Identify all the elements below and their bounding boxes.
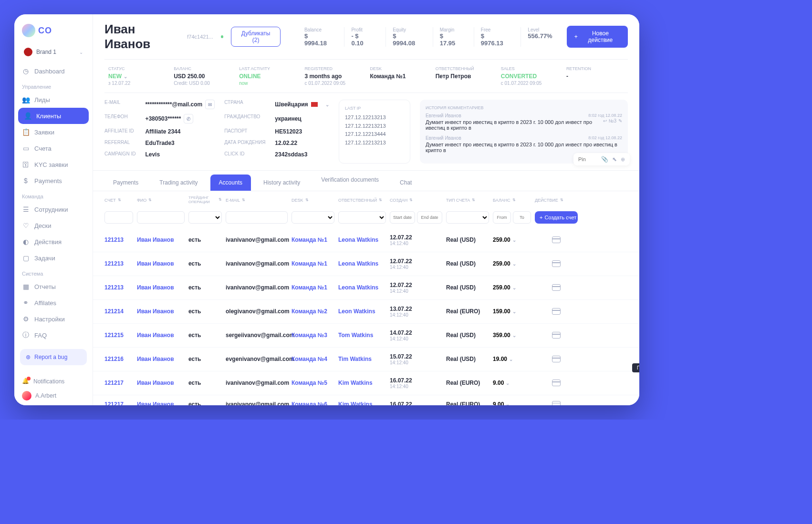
duplicates-button[interactable]: Дубликаты (2) (231, 27, 281, 47)
account-link[interactable]: 121217 (104, 380, 133, 386)
th-action[interactable]: ДЕЙСТВИЕ⇅ (535, 198, 578, 203)
balance-cell[interactable]: 359.00 ⌄ (493, 332, 531, 339)
desk-link[interactable]: Команда №2 (291, 308, 334, 315)
balance-cell[interactable]: 259.00 ⌄ (493, 284, 531, 291)
name-link[interactable]: Иван Иванов (137, 401, 185, 405)
th-desk[interactable]: DESK⇅ (291, 198, 334, 203)
balance-cell[interactable]: 259.00 ⌄ (493, 236, 531, 243)
card-action-icon[interactable] (552, 356, 561, 362)
pin-input[interactable] (578, 156, 597, 162)
balance-cell[interactable]: 159.00 ⌄ (493, 308, 531, 315)
resp-link[interactable]: Leona Watkins (338, 284, 386, 291)
nav-faq[interactable]: ⓘFAQ (14, 327, 93, 343)
create-account-button[interactable]: +Создать счет (535, 211, 578, 224)
balance-cell[interactable]: 259.00 ⌄ (493, 260, 531, 267)
nav-requests[interactable]: 📋Заявки (14, 124, 93, 140)
card-action-icon[interactable] (552, 284, 561, 291)
resp-link[interactable]: Kim Watkins (338, 401, 386, 405)
name-link[interactable]: Иван Иванов (137, 236, 185, 243)
tab-chat[interactable]: Chat (391, 175, 420, 191)
name-link[interactable]: Иван Иванов (137, 356, 185, 362)
nav-tasks[interactable]: ▢Задачи (14, 250, 93, 266)
filter-type[interactable] (446, 211, 489, 224)
card-action-icon[interactable] (552, 260, 561, 267)
account-link[interactable]: 121214 (104, 308, 133, 315)
resp-link[interactable]: Tom Watkins (338, 332, 386, 339)
card-action-icon[interactable] (552, 236, 561, 243)
status-value[interactable]: NEW⌄ (108, 73, 166, 80)
resp-link[interactable]: Leon Watkins (338, 308, 386, 315)
brand-selector[interactable]: Brand 1 ⌄ (20, 45, 87, 59)
card-action-icon[interactable] (552, 401, 561, 405)
tab-payments[interactable]: Payments (104, 175, 147, 191)
balance-cell[interactable]: 9.00 ⌄ (493, 380, 531, 386)
nav-clients[interactable]: 👤Клиенты (18, 108, 89, 124)
current-user[interactable]: A.Arbert (22, 388, 85, 403)
balance-cell[interactable]: 9.00 ⌄ (493, 401, 531, 405)
email-icon[interactable]: ✉ (205, 100, 215, 109)
nav-desks[interactable]: ♡Дески (14, 217, 93, 234)
account-link[interactable]: 121217 (104, 401, 133, 405)
resp-link[interactable]: Tim Watkins (338, 356, 386, 362)
th-email[interactable]: E-MAIL⇅ (226, 198, 288, 203)
filter-name[interactable] (137, 211, 185, 224)
filter-balance-from[interactable] (493, 211, 511, 224)
th-name[interactable]: ФИО⇅ (137, 198, 185, 203)
th-type[interactable]: ТИП СЧЕТА⇅ (446, 198, 489, 203)
new-action-button[interactable]: +Новое действие (567, 26, 628, 48)
filter-resp[interactable] (338, 211, 386, 224)
tab-trading[interactable]: Trading activity (151, 175, 206, 191)
resp-link[interactable]: Leona Watkins (338, 236, 386, 243)
name-link[interactable]: Иван Иванов (137, 260, 185, 267)
notifications-link[interactable]: 🔔 Notifications (22, 375, 85, 388)
nav-kyc[interactable]: ⚿KYC заявки (14, 156, 93, 173)
tab-accounts[interactable]: Accounts (210, 175, 251, 191)
desk-link[interactable]: Команда №1 (291, 236, 334, 243)
phone-icon[interactable]: ✆ (184, 114, 193, 123)
report-bug-button[interactable]: ⊛Report a bug (20, 349, 87, 365)
nav-affiliates[interactable]: ⚭Affilates (14, 295, 93, 311)
desk-link[interactable]: Команда №6 (291, 401, 334, 405)
nav-settings[interactable]: ⚙Настройки (14, 311, 93, 327)
filter-start-date[interactable] (390, 211, 415, 224)
th-created[interactable]: СОЗДАН⇅ (390, 198, 442, 203)
desk-link[interactable]: Команда №1 (291, 260, 334, 267)
tab-verification[interactable]: Verification documents (312, 175, 387, 191)
card-action-icon[interactable] (552, 308, 561, 315)
desk-link[interactable]: Команда №3 (291, 332, 334, 339)
nav-reports[interactable]: ▦Отчеты (14, 278, 93, 295)
th-account[interactable]: СЧЕТ⇅ (104, 198, 133, 203)
nav-dashboard[interactable]: ◷Dashboard (14, 63, 93, 79)
balance-cell[interactable]: 19.00 ⌄ (493, 356, 531, 362)
card-action-icon[interactable] (552, 380, 561, 386)
target-icon[interactable]: ⊕ (621, 156, 625, 163)
filter-trading[interactable] (188, 211, 222, 224)
filter-end-date[interactable] (417, 211, 442, 224)
account-link[interactable]: 121215 (104, 332, 133, 339)
th-balance[interactable]: БАЛАНС⇅ (493, 198, 531, 203)
attach-icon[interactable]: 📎 (601, 156, 608, 163)
th-resp[interactable]: ОТВЕТСТВЕННЫЙ⇅ (338, 198, 386, 203)
th-trading[interactable]: ТРЕЙДИНГ ОПЕРАЦИИ⇅ (188, 196, 222, 205)
account-link[interactable]: 121213 (104, 236, 133, 243)
filter-balance-to[interactable] (513, 211, 531, 224)
name-link[interactable]: Иван Иванов (137, 308, 185, 315)
resp-link[interactable]: Leona Watkins (338, 260, 386, 267)
name-link[interactable]: Иван Иванов (137, 284, 185, 291)
nav-accounts[interactable]: ▭Счета (14, 140, 93, 156)
name-link[interactable]: Иван Иванов (137, 380, 185, 386)
account-link[interactable]: 121213 (104, 260, 133, 267)
account-link[interactable]: 121216 (104, 356, 133, 362)
tab-history[interactable]: History activity (255, 175, 309, 191)
filter-email[interactable] (226, 211, 288, 224)
filter-desk[interactable] (291, 211, 334, 224)
nav-staff[interactable]: ☰Сотрудники (14, 201, 93, 217)
chevron-down-icon[interactable]: ⌄ (325, 102, 329, 107)
account-link[interactable]: 121213 (104, 284, 133, 291)
edit-icon[interactable]: ✎ (618, 118, 622, 123)
desk-link[interactable]: Команда №4 (291, 356, 334, 362)
nav-actions[interactable]: ◐Действия (14, 234, 93, 250)
nav-leads[interactable]: 👥Лиды (14, 92, 93, 108)
nav-payments[interactable]: $Payments (14, 173, 93, 189)
resp-link[interactable]: Kim Watkins (338, 380, 386, 386)
